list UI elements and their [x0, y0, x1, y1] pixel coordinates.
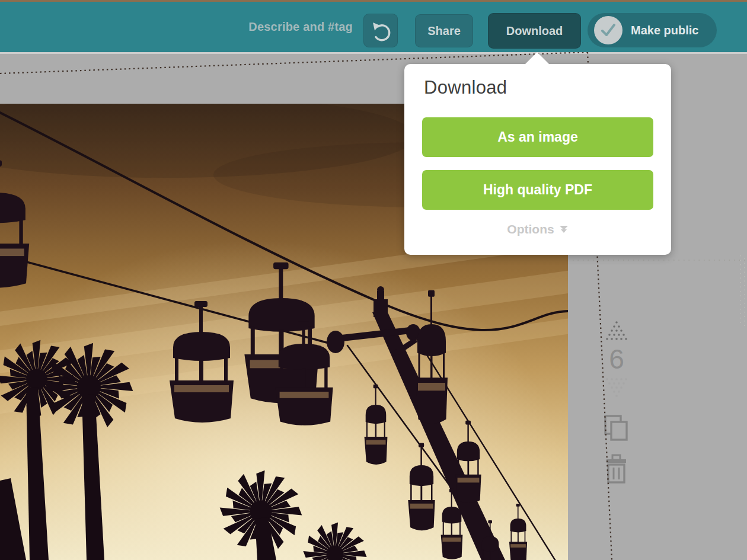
page-number: 6	[609, 344, 624, 375]
copy-page-button[interactable]	[600, 412, 633, 446]
copy-page-icon	[601, 413, 632, 443]
download-options-toggle[interactable]: Options	[404, 222, 671, 237]
move-down-icon	[604, 378, 630, 398]
workspace-top-highlight	[0, 52, 747, 54]
download-popover-title: Download	[424, 77, 507, 98]
chevron-down-icon	[559, 226, 569, 233]
options-label: Options	[507, 222, 554, 236]
download-as-image-button[interactable]: As an image	[422, 117, 653, 157]
move-page-up-button[interactable]	[602, 319, 631, 343]
editor-toolbar: Describe and #tag Share Download Make pu…	[0, 2, 747, 52]
download-pdf-button[interactable]: High quality PDF	[422, 170, 653, 210]
download-button[interactable]: Download	[488, 13, 581, 49]
delete-page-button[interactable]	[602, 453, 631, 488]
move-page-down-button[interactable]	[602, 377, 631, 401]
make-public-toggle[interactable]: Make public	[588, 13, 717, 47]
screenshot-top-edge	[0, 0, 747, 2]
share-button[interactable]: Share	[415, 14, 473, 47]
undo-icon	[367, 18, 395, 46]
describe-tag-label[interactable]: Describe and #tag	[248, 20, 353, 34]
make-public-label: Make public	[631, 24, 698, 37]
page-controls: 6	[598, 319, 636, 488]
download-popover: Download As an image High quality PDF Op…	[404, 64, 671, 255]
check-circle-icon	[594, 16, 622, 44]
move-up-icon	[604, 320, 630, 340]
trash-icon	[603, 454, 630, 485]
undo-button[interactable]	[363, 14, 398, 47]
